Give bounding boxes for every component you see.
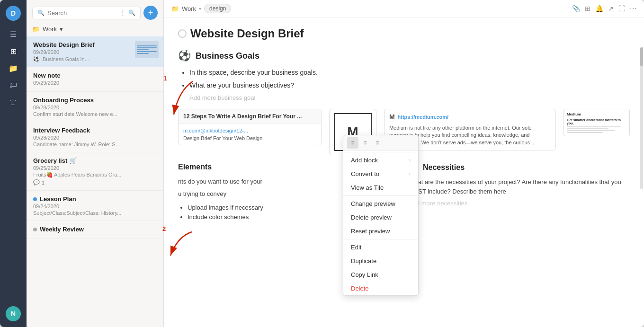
necessities-section: ❗ Necessities What are the necessities o… xyxy=(409,163,630,223)
more-options-icon[interactable]: ⋯ xyxy=(630,5,636,12)
menu-item-convert-to[interactable]: Convert to › xyxy=(343,167,418,181)
expand-icon[interactable]: ⛶ xyxy=(618,5,625,12)
breadcrumb: 📁 Work ▾ design xyxy=(171,4,231,13)
note-item[interactable]: Lesson Plan 09/24/2020 Subject/Class:Sub… xyxy=(27,191,163,221)
web-card-link[interactable]: m.com/@inkbotdesign/12-... xyxy=(183,128,316,133)
notebook-label[interactable]: 📁 Work ▾ xyxy=(27,24,163,36)
sidebar-icon-menu[interactable]: ☰ xyxy=(6,27,21,42)
note-preview: Subject/Class:Subject/Class: History... xyxy=(33,210,137,216)
add-more-necessities[interactable]: Add more necessities xyxy=(409,200,630,207)
notebook-name: Work xyxy=(43,26,57,33)
note-title: Onboarding Process xyxy=(33,97,157,104)
note-title: Lesson Plan xyxy=(33,195,157,203)
menu-item-delete-preview[interactable]: Delete preview xyxy=(343,211,418,224)
note-date: 09/24/2020 xyxy=(33,203,157,209)
menu-item-duplicate[interactable]: Duplicate xyxy=(343,254,418,268)
chevron-right-icon: › xyxy=(409,171,411,177)
chevron-right-icon: › xyxy=(409,158,411,163)
menu-item-add-block[interactable]: Add block › xyxy=(343,153,418,167)
medium-preview-card: Medium Get smarter about what matters to… xyxy=(564,109,630,136)
medium-card-header: M https://medium.com/ xyxy=(385,109,555,124)
note-preview: Confirm start date Welcome new e... xyxy=(33,111,137,117)
web-card-header: 12 Steps To Write A Design Brief For You… xyxy=(179,109,321,124)
list-item: What are your business objectives? xyxy=(189,80,630,90)
bell-icon[interactable]: 🔔 xyxy=(595,5,603,12)
sidebar-icon-trash[interactable]: 🗑 xyxy=(6,95,21,110)
context-menu-overlay: ≡ ≡ ≡ Add block › Convert to › View as T… xyxy=(343,135,419,296)
note-title: Weekly Review xyxy=(33,226,157,233)
note-title: New note xyxy=(33,72,157,79)
format-btn-right[interactable]: ≡ xyxy=(372,137,383,149)
note-preview: Fruits🍓 Apples Pears Bananas Ora... xyxy=(33,172,137,178)
menu-divider xyxy=(343,239,418,239)
note-date: 09/29/2020 xyxy=(33,80,157,86)
format-btn-center[interactable]: ≡ xyxy=(359,137,371,149)
note-dot-grey xyxy=(33,228,37,231)
business-goals-section: ⚽ Business Goals In this space, describe… xyxy=(178,50,630,101)
note-comment-counter: 💬1 xyxy=(33,179,157,186)
search-box[interactable]: 🔍 ⋮ 🔍 xyxy=(32,7,141,19)
sidebar-icon-grid[interactable]: ⊞ xyxy=(6,44,21,59)
scrollbar-thumb xyxy=(640,47,643,66)
medium-preview-tagline: Get smarter about what matters to you. xyxy=(567,118,626,125)
note-preview: Candidate name: Jimmy W. Role: S... xyxy=(33,141,137,147)
icon-sidebar: D ☰ ⊞ 📁 🏷 🗑 N xyxy=(0,0,27,327)
web-card-desc: Design Brief For Your Web Design xyxy=(183,135,316,141)
note-dot-blue xyxy=(33,197,37,201)
note-title: Grocery list 🛒 xyxy=(33,157,157,164)
note-main-title: Website Design Brief xyxy=(178,27,630,40)
add-more-business-goal[interactable]: Add more business goal xyxy=(178,94,630,101)
notebook-folder-icon: 📁 xyxy=(32,26,40,33)
sidebar-icon-tag[interactable]: 🏷 xyxy=(6,78,21,93)
menu-item-reset-preview[interactable]: Reset preview xyxy=(343,224,418,238)
menu-item-change-preview[interactable]: Change preview xyxy=(343,197,418,211)
note-item[interactable]: Weekly Review xyxy=(27,221,163,239)
note-item[interactable]: Website Design Brief 09/29/2020 ⚽ Busine… xyxy=(27,36,163,67)
search-icon-right[interactable]: 🔍 xyxy=(128,9,135,16)
note-item[interactable]: New note 09/29/2020 xyxy=(27,67,163,92)
toolbar-right: 📎 ⊞ 🔔 ↗ ⛶ ⋯ xyxy=(572,5,636,12)
bottom-avatar[interactable]: N xyxy=(6,306,21,321)
breadcrumb-chevron: ▾ xyxy=(199,6,201,11)
scrollbar[interactable] xyxy=(640,47,643,189)
format-btn-left[interactable]: ≡ xyxy=(347,137,358,149)
web-card-inkbot[interactable]: 12 Steps To Write A Design Brief For You… xyxy=(178,109,322,145)
menu-item-copy-link[interactable]: Copy Link xyxy=(343,268,418,282)
note-title: Interview Feedback xyxy=(33,127,157,134)
attachment-icon[interactable]: 📎 xyxy=(572,5,580,12)
business-goals-list: In this space, describe your business go… xyxy=(178,68,630,90)
grid-view-icon[interactable]: ⊞ xyxy=(585,5,590,12)
add-note-button[interactable]: + xyxy=(143,6,158,20)
tag-badge[interactable]: design xyxy=(204,4,231,13)
sidebar-icon-folder[interactable]: 📁 xyxy=(6,61,21,76)
menu-item-view-tile[interactable]: View as Tile xyxy=(343,181,418,194)
medium-link[interactable]: https://medium.com/ xyxy=(398,114,449,120)
necessities-desc: What are the necessities of your project… xyxy=(409,177,630,196)
note-date: 09/25/2020 xyxy=(33,165,157,171)
list-item: In this space, describe your business go… xyxy=(189,68,630,78)
search-input[interactable] xyxy=(47,9,117,17)
share-icon[interactable]: ↗ xyxy=(608,5,614,12)
note-preview: Business Goals In... xyxy=(43,56,89,62)
notes-panel: 🔍 ⋮ 🔍 + 📁 Work ▾ Website Design Brief 09… xyxy=(27,0,164,327)
menu-divider xyxy=(343,152,418,152)
medium-preview-lines xyxy=(567,126,626,133)
menu-item-edit[interactable]: Edit xyxy=(343,240,418,254)
breadcrumb-folder-icon: 📁 xyxy=(171,5,179,12)
context-menu: ≡ ≡ ≡ Add block › Convert to › View as T… xyxy=(343,135,419,296)
note-icon: ⚽ xyxy=(33,56,40,62)
main-content: 📁 Work ▾ design 📎 ⊞ 🔔 ↗ ⛶ ⋯ Website Desi… xyxy=(164,0,644,327)
block-format-bar: ≡ ≡ ≡ xyxy=(343,135,418,151)
business-goals-emoji: ⚽ xyxy=(178,50,191,62)
breadcrumb-notebook[interactable]: Work xyxy=(182,5,196,12)
note-item[interactable]: Grocery list 🛒 09/25/2020 Fruits🍓 Apples… xyxy=(27,152,163,191)
notes-header: 🔍 ⋮ 🔍 + xyxy=(27,0,163,24)
note-item[interactable]: Onboarding Process 09/28/2020 Confirm st… xyxy=(27,92,163,122)
menu-item-delete[interactable]: Delete xyxy=(343,282,418,295)
filter-icon[interactable]: ⋮ xyxy=(120,9,125,16)
notebook-dropdown-icon[interactable]: ▾ xyxy=(60,26,63,33)
note-item[interactable]: Interview Feedback 09/28/2020 Candidate … xyxy=(27,122,163,152)
notes-list: Website Design Brief 09/29/2020 ⚽ Busine… xyxy=(27,36,163,327)
user-avatar[interactable]: D xyxy=(6,6,21,21)
web-card-content: m.com/@inkbotdesign/12-... Design Brief … xyxy=(179,124,321,145)
